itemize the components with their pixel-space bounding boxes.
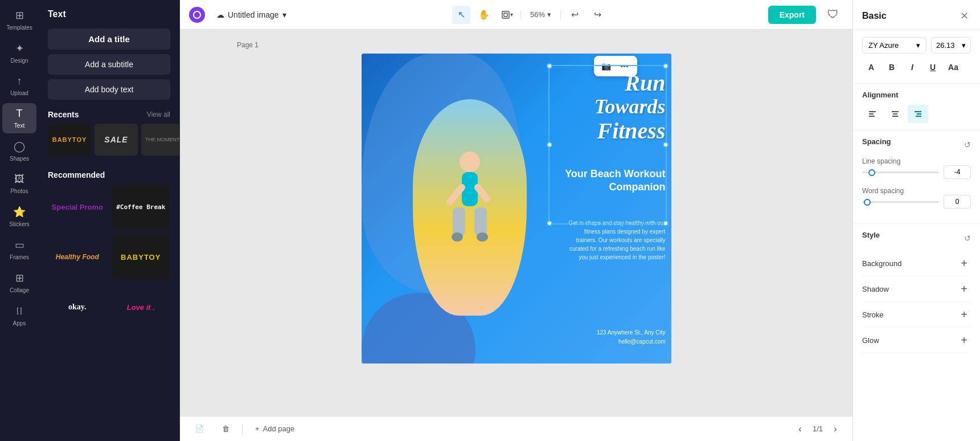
top-bar: ☁ Untitled image ▾ ↖ ✋ ▾ 56% ▾ ↩ ↪ Expor…	[180, 0, 852, 30]
line-spacing-label: Line spacing	[862, 157, 971, 165]
prev-page-button[interactable]: ‹	[792, 421, 808, 437]
apps-icon: ⁞⁞	[16, 305, 23, 317]
style-header-row: Style ↺	[862, 231, 971, 245]
sidebar-item-templates[interactable]: ⊞ Templates	[2, 5, 36, 35]
format-row: A B I U Aa	[862, 58, 971, 76]
undo-button[interactable]: ↩	[565, 6, 584, 24]
sidebar-item-upload[interactable]: ↑ Upload	[2, 71, 36, 101]
line-spacing-value[interactable]: -4	[944, 165, 971, 179]
export-button[interactable]: Export	[768, 6, 816, 24]
recent-moment-text: THE MOMENT.	[145, 137, 179, 142]
rec-item-coffee-break[interactable]: #Coffee Break	[112, 184, 171, 230]
float-toolbar: 📷 •••	[594, 56, 637, 76]
sidebar-item-shapes[interactable]: ◯ Shapes	[2, 136, 36, 166]
add-body-button[interactable]: Add body text	[48, 79, 170, 100]
add-title-button[interactable]: Add a title	[48, 28, 170, 50]
float-photo-button[interactable]: 📷	[598, 58, 614, 74]
sidebar-item-photos[interactable]: 🖼 Photos	[2, 169, 36, 199]
left-sidebar: ⊞ Templates ✦ Design ↑ Upload T Text ◯ S…	[0, 0, 39, 441]
panel-header: Basic ✕	[853, 0, 980, 30]
sidebar-item-stickers[interactable]: ⭐ Stickers	[2, 201, 36, 232]
poster-contact: 123 Anywhere St., Any City hello@capcut.…	[597, 328, 666, 346]
word-spacing-thumb[interactable]	[864, 199, 871, 206]
font-section: ZY Azure ▾ 26.13 ▾ A B I U Aa	[853, 30, 980, 84]
style-section: Style ↺ Background + Shadow + Stroke + G…	[853, 224, 980, 360]
view-all-link[interactable]: View all	[147, 111, 170, 119]
align-right-button[interactable]	[908, 105, 928, 123]
doc-title-dropdown-icon: ▾	[282, 10, 286, 19]
shadow-add-button[interactable]: +	[957, 282, 971, 296]
sidebar-item-label: Photos	[10, 188, 28, 194]
shield-button[interactable]: 🛡	[823, 5, 843, 25]
doc-title[interactable]: ☁ Untitled image ▾	[212, 8, 291, 22]
poster-subtitle: Your Beach Workout Companion	[563, 168, 666, 194]
delete-page-button[interactable]: 🗑	[216, 421, 235, 436]
style-row-stroke[interactable]: Stroke +	[862, 302, 971, 328]
style-row-shadow[interactable]: Shadow +	[862, 276, 971, 302]
svg-point-8	[452, 232, 463, 242]
style-row-background[interactable]: Background +	[862, 251, 971, 276]
font-size-select[interactable]: 26.13 ▾	[931, 37, 971, 54]
sidebar-item-text[interactable]: T Text	[2, 103, 36, 133]
next-page-button[interactable]: ›	[827, 421, 843, 437]
background-add-button[interactable]: +	[957, 256, 971, 270]
svg-rect-0	[502, 11, 509, 18]
style-row-glow[interactable]: Glow +	[862, 328, 971, 353]
frame-tool-button[interactable]: ▾	[498, 6, 516, 24]
sidebar-item-collage[interactable]: ⊞ Collage	[2, 267, 36, 298]
word-spacing-slider[interactable]	[862, 201, 939, 203]
alignment-row	[862, 105, 971, 123]
panel-title: Basic	[862, 11, 887, 21]
recent-item-moment[interactable]: THE MOMENT.	[141, 124, 179, 156]
select-tool-button[interactable]: ↖	[452, 6, 470, 24]
rec-item-babytoy-yellow[interactable]: BABYTOY	[112, 234, 171, 280]
sidebar-item-apps[interactable]: ⁞⁞ Apps	[2, 300, 36, 331]
panel-close-button[interactable]: ✕	[957, 9, 971, 23]
sidebar-item-label: Text	[14, 122, 24, 129]
recents-label: Recents	[48, 110, 79, 119]
spacing-header-row: Spacing ↺	[862, 137, 971, 152]
style-reset-button[interactable]: ↺	[964, 234, 971, 243]
svg-rect-16	[915, 111, 921, 112]
rec-item-healthy-food[interactable]: Healthy Food	[48, 234, 107, 280]
format-bold-b-button[interactable]: B	[883, 58, 901, 76]
photos-icon: 🖼	[14, 173, 24, 185]
align-center-button[interactable]	[885, 105, 905, 123]
add-subtitle-button[interactable]: Add a subtitle	[48, 54, 170, 75]
poster-title-fitness: Fitness	[552, 119, 666, 144]
format-underline-button[interactable]: U	[924, 58, 942, 76]
sidebar-item-frames[interactable]: ▭ Frames	[2, 234, 36, 265]
stroke-add-button[interactable]: +	[957, 308, 971, 321]
align-left-button[interactable]	[862, 105, 883, 123]
svg-line-6	[450, 187, 462, 202]
page-thumbnail-button[interactable]: 📄	[189, 421, 210, 436]
rec-special-promo-text: Special Promo	[52, 203, 103, 211]
font-family-select[interactable]: ZY Azure ▾	[862, 37, 926, 54]
spacing-reset-button[interactable]: ↺	[964, 140, 971, 149]
canvas-area[interactable]: Page 1	[180, 30, 852, 416]
text-panel-title: Text	[39, 0, 179, 26]
format-italic-button[interactable]: I	[903, 58, 921, 76]
runner-figure	[413, 99, 527, 316]
line-spacing-thumb[interactable]	[868, 169, 875, 176]
canvas-image[interactable]: Run Towards Fitness Your Beach Workout C…	[362, 54, 671, 364]
recent-item-sale[interactable]: SALE	[95, 124, 138, 156]
hand-tool-button[interactable]: ✋	[475, 6, 493, 24]
float-more-button[interactable]: •••	[617, 58, 633, 74]
word-spacing-value[interactable]: 0	[944, 195, 971, 209]
svg-point-9	[477, 232, 488, 242]
format-bold-button[interactable]: A	[862, 58, 880, 76]
upload-icon: ↑	[17, 75, 22, 87]
rec-item-special-promo[interactable]: Special Promo	[48, 184, 107, 230]
recent-item-babytoy[interactable]: BABYTOY	[48, 124, 91, 156]
redo-button[interactable]: ↪	[588, 6, 606, 24]
sidebar-item-design[interactable]: ✦ Design	[2, 38, 36, 68]
glow-add-button[interactable]: +	[957, 333, 971, 347]
add-page-button[interactable]: + Add page	[249, 421, 300, 436]
shapes-icon: ◯	[14, 140, 25, 153]
rec-item-okay[interactable]: okay.	[48, 284, 107, 330]
line-spacing-slider[interactable]	[862, 172, 939, 173]
format-case-button[interactable]: Aa	[944, 58, 962, 76]
rec-item-loveit[interactable]: Love it .	[112, 284, 171, 330]
zoom-button[interactable]: 56% ▾	[526, 8, 556, 21]
